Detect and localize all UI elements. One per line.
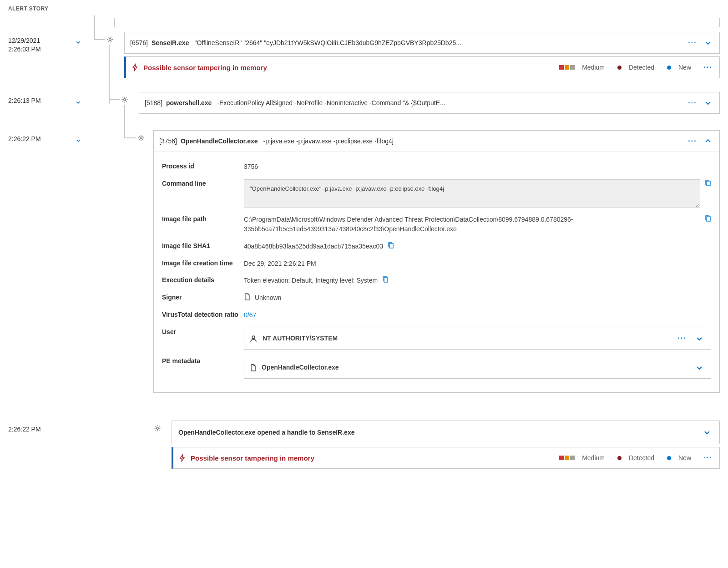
chevron-down-icon[interactable] [702, 97, 714, 109]
label-pe-metadata: PE metadata [162, 357, 244, 366]
copy-icon[interactable] [705, 215, 711, 222]
alert-title: Possible sensor tampering in memory [143, 64, 267, 71]
user-icon [250, 335, 257, 342]
status-dot [617, 456, 622, 460]
value-signer: Unknown [255, 293, 281, 303]
value-image-path: C:\ProgramData\Microsoft\Windows Defende… [244, 215, 700, 234]
timestamp: 2:26:13 PM [8, 96, 41, 105]
copy-icon[interactable] [388, 242, 394, 249]
svg-rect-4 [707, 217, 710, 221]
process-card-expanded: [3756] OpenHandleCollector.exe -p:java.e… [153, 130, 720, 393]
state-dot [667, 66, 671, 70]
svg-point-0 [109, 39, 111, 41]
svg-point-8 [157, 427, 159, 430]
gear-icon[interactable] [136, 133, 146, 143]
file-icon [244, 293, 250, 300]
user-card[interactable]: NT AUTHORITY\SYSTEM ··· [244, 328, 711, 350]
process-name: SenseIR.exe [152, 39, 189, 46]
lightning-icon [179, 454, 186, 462]
process-name: powershell.exe [166, 99, 212, 106]
value-sha1: 40a8b468bb93faa525dd9aa1dacb715aa35eac03 [244, 242, 383, 252]
lightning-icon [131, 63, 139, 71]
timestamp: 2:26:22 PM [8, 135, 41, 143]
more-icon[interactable]: ··· [702, 61, 714, 73]
process-args: "OfflineSenseIR" "2664" "eyJDb21tYW5kSWQ… [194, 39, 683, 46]
value-exec: Token elevation: Default, Integrity leve… [244, 276, 378, 286]
svg-point-7 [252, 336, 255, 339]
alert-row[interactable]: Possible sensor tampering in memory Medi… [172, 447, 720, 469]
timestamp: 12/29/2021 2:26:03 PM [8, 36, 41, 54]
state-label: New [678, 454, 691, 462]
more-icon[interactable]: ··· [676, 333, 688, 345]
process-pid: [6576] [130, 39, 148, 46]
process-args: -p:java.exe -p:javaw.exe -p:eclipse.exe … [263, 137, 683, 145]
value-ctime: Dec 29, 2021 2:26:21 PM [244, 259, 711, 269]
gear-icon[interactable] [120, 95, 130, 105]
timestamp: 2:26:22 PM [8, 425, 41, 434]
copy-icon[interactable] [705, 179, 711, 187]
severity-label: Medium [582, 64, 605, 71]
copy-icon[interactable] [382, 276, 389, 283]
status-label: Detected [629, 64, 654, 71]
gear-icon[interactable] [105, 35, 115, 45]
more-icon[interactable]: ··· [687, 135, 698, 147]
process-row[interactable]: [6576] SenseIR.exe "OfflineSenseIR" "266… [124, 32, 720, 54]
chevron-down-icon[interactable] [693, 333, 705, 345]
svg-point-2 [140, 137, 142, 139]
alert-title: Possible sensor tampering in memory [191, 454, 314, 462]
event-row[interactable]: OpenHandleCollector.exe opened a handle … [172, 421, 720, 444]
chevron-up-icon[interactable] [702, 135, 714, 147]
state-label: New [678, 64, 691, 71]
svg-point-1 [124, 99, 126, 101]
expand-toggle[interactable] [73, 37, 83, 47]
command-line-box[interactable]: "OpenHandleCollector.exe" -p:java.exe -p… [244, 179, 700, 208]
file-icon [250, 364, 256, 371]
severity-indicator [559, 65, 575, 70]
chevron-down-icon[interactable] [701, 426, 713, 438]
svg-rect-6 [384, 278, 388, 282]
status-label: Detected [629, 454, 654, 462]
label-process-id: Process id [162, 162, 244, 171]
expand-toggle[interactable] [73, 136, 83, 146]
more-icon[interactable]: ··· [687, 37, 698, 49]
status-dot [617, 66, 622, 70]
label-user: User [162, 328, 244, 337]
process-pid: [5188] [145, 99, 162, 106]
expand-toggle[interactable] [73, 97, 83, 107]
severity-indicator [559, 456, 575, 460]
user-name: NT AUTHORITY\SYSTEM [263, 334, 338, 344]
process-args: -ExecutionPolicy AllSigned -NoProfile -N… [217, 99, 683, 106]
severity-label: Medium [582, 454, 605, 462]
label-virustotal: VirusTotal detection ratio [162, 310, 244, 320]
section-header: ALERT STORY [8, 5, 720, 12]
svg-rect-3 [707, 181, 710, 186]
chevron-down-icon[interactable] [702, 37, 714, 49]
label-signer: Signer [162, 293, 244, 302]
svg-rect-5 [389, 243, 393, 248]
virustotal-link[interactable]: 0/67 [244, 310, 256, 320]
state-dot [667, 456, 671, 460]
label-sha1: Image file SHA1 [162, 242, 244, 251]
more-icon[interactable]: ··· [687, 97, 698, 109]
label-exec: Execution details [162, 276, 244, 285]
pe-filename: OpenHandleCollector.exe [262, 363, 339, 373]
pe-metadata-card[interactable]: OpenHandleCollector.exe [244, 357, 711, 379]
process-pid: [3756] [159, 137, 177, 145]
chevron-down-icon[interactable] [693, 362, 705, 374]
process-row[interactable]: [5188] powershell.exe -ExecutionPolicy A… [139, 92, 720, 114]
label-ctime: Image file creation time [162, 259, 244, 268]
process-row[interactable]: [3756] OpenHandleCollector.exe -p:java.e… [154, 131, 719, 152]
more-icon[interactable]: ··· [702, 452, 714, 464]
label-image-path: Image file path [162, 215, 244, 224]
process-name: OpenHandleCollector.exe [181, 137, 258, 145]
label-command-line: Command line [162, 179, 244, 188]
gear-icon[interactable] [152, 423, 162, 433]
alert-row[interactable]: Possible sensor tampering in memory Medi… [124, 56, 720, 78]
value-process-id: 3756 [244, 162, 711, 172]
event-title: OpenHandleCollector.exe opened a handle … [178, 429, 354, 436]
